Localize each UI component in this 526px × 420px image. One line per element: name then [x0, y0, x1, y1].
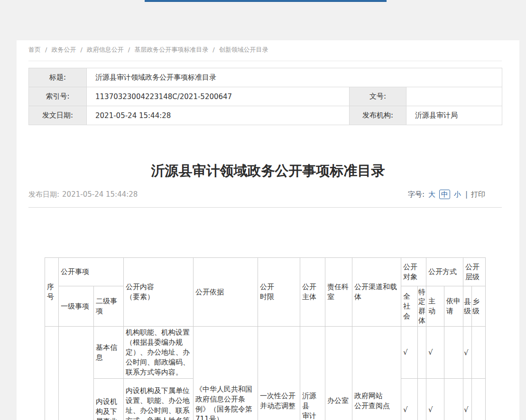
meta-title-value: 沂源县审计领域政务公开事项标准目录	[87, 68, 502, 87]
cell-check-xianji-1: √	[463, 327, 472, 379]
header-xianji: 县 级	[463, 286, 472, 327]
meta-docno-value	[406, 87, 502, 106]
header-gongkai-shixian: 公开 时限	[258, 258, 300, 327]
publish-date-label: 发布日期:	[28, 190, 59, 199]
publish-date: 发布日期:2021-05-24 15:44:28	[28, 190, 138, 199]
publish-info-row: 发布日期:2021-05-24 15:44:28 字号:大中小|打印	[28, 190, 508, 201]
cell-check-xiangji-1	[472, 327, 486, 379]
cell-check-quanshehui-2: √	[401, 379, 418, 420]
cell-yiji	[59, 327, 94, 420]
font-size-large-button[interactable]: 大	[428, 190, 435, 199]
publish-date-value: 2021-05-24 15:44:28	[62, 190, 138, 199]
meta-title-label: 标题:	[29, 68, 87, 87]
cell-shixian: 一次性公开 并动态调整	[258, 327, 300, 420]
meta-index-label: 索引号:	[29, 87, 87, 106]
meta-date-label: 发文日期:	[29, 106, 87, 125]
content-panel: 首页/政务公开/政府信息公开/基层政务公开事项标准目录/创新领域公开目录 标题:…	[17, 40, 519, 420]
header-gongkai-yiju: 公开依据	[194, 258, 258, 327]
print-button[interactable]: 打印	[471, 190, 485, 199]
cell-check-teding-2	[418, 379, 426, 420]
top-nav-bar	[145, 0, 387, 2]
breadcrumb-separator: /	[128, 46, 130, 53]
cell-check-teding-1	[418, 327, 426, 379]
page-title: 沂源县审计领域政务公开事项标准目录	[17, 162, 519, 181]
breadcrumb-zhengwu[interactable]: 政务公开	[51, 46, 76, 53]
document-meta-table: 标题: 沂源县审计领域政务公开事项标准目录 索引号: 1137032300422…	[28, 68, 502, 125]
font-print-divider: |	[465, 190, 468, 199]
breadcrumb-xinxi[interactable]: 政府信息公开	[87, 46, 124, 53]
header-xuhao: 序号	[45, 258, 59, 327]
cell-zhuti: 沂源县 审计局	[300, 327, 325, 420]
header-gongkai-neirong: 公开内容 （要素）	[124, 258, 194, 327]
cell-check-quanshehui-1: √	[401, 327, 418, 379]
header-gongkai-duixiang: 公开对象	[401, 258, 426, 286]
header-gongkai-zhuti: 公开 主体	[300, 258, 325, 327]
cell-keshi: 办公室	[325, 327, 352, 420]
header-xiangji: 乡 级	[472, 286, 486, 327]
cell-check-zhudong-1: √	[426, 327, 444, 379]
font-size-label: 字号:	[408, 190, 424, 199]
header-gongkai-cengji: 公开 层级	[463, 258, 486, 286]
cell-check-yishenqing-1	[444, 327, 463, 379]
meta-date-value: 2021-05-24 15:44:28	[87, 106, 350, 125]
meta-agency-value: 沂源县审计局	[406, 106, 502, 125]
header-gongkai-fangshi: 公开方式	[426, 258, 463, 286]
header-gongkai-shixiang: 公开事项	[59, 258, 124, 286]
meta-row-title: 标题: 沂源县审计领域政务公开事项标准目录	[29, 68, 502, 87]
header-zhudong: 主 动	[426, 286, 444, 327]
breadcrumb-divider	[28, 61, 502, 61]
header-zeren-keshi: 责任科室	[325, 258, 352, 327]
cell-xuhao	[45, 327, 59, 420]
header-teding-qunti: 特定群体	[418, 286, 426, 327]
breadcrumb-separator: /	[212, 46, 214, 53]
cell-erji-1: 基本信息	[94, 327, 124, 379]
catalog-header-row-1: 序号 公开事项 公开内容 （要素） 公开依据 公开 时限 公开 主体 责任科室 …	[45, 258, 486, 286]
catalog-body-row-1: 基本信息 机构职能、机构设置（根据县委编办规定）、办公地址、办公时间、邮政编码、…	[45, 327, 486, 379]
breadcrumb-jiceng[interactable]: 基层政务公开事项标准目录	[134, 46, 208, 53]
cell-check-yishenqing-2	[444, 379, 463, 420]
meta-index-value: 11370323004223148C/2021-5200647	[87, 87, 350, 106]
breadcrumb: 首页/政务公开/政府信息公开/基层政务公开事项标准目录/创新领域公开目录	[28, 46, 268, 54]
meta-row-date: 发文日期: 2021-05-24 15:44:28 发布机构: 沂源县审计局	[29, 106, 502, 125]
cell-check-zhudong-2: √	[426, 379, 444, 420]
breadcrumb-separator: /	[80, 46, 82, 53]
cell-yiju: 《中华人民共和国政府信息公开条例》（国务院令第711号）	[194, 327, 258, 420]
article-divider	[28, 207, 502, 208]
cell-neirong-1: 机构职能、机构设置（根据县委编办规定）、办公地址、办公时间、邮政编码、联系方式等…	[124, 327, 194, 379]
font-size-medium-button[interactable]: 中	[439, 190, 450, 199]
cell-qudao: 政府网站 公开查阅点	[352, 327, 401, 420]
breadcrumb-separator: /	[45, 46, 47, 53]
header-yishenqing: 依申 请	[444, 286, 463, 327]
catalog-table: 序号 公开事项 公开内容 （要素） 公开依据 公开 时限 公开 主体 责任科室 …	[45, 257, 486, 420]
cell-check-xianji-2: √	[463, 379, 472, 420]
cell-check-xiangji-2	[472, 379, 486, 420]
meta-row-index: 索引号: 11370323004223148C/2021-5200647 文号:	[29, 87, 502, 106]
meta-docno-label: 文号:	[350, 87, 406, 106]
font-size-control: 字号:大中小|打印	[408, 190, 485, 199]
header-erji-shixiang: 二级事项	[94, 286, 124, 327]
breadcrumb-home[interactable]: 首页	[28, 46, 41, 53]
header-quanshehui: 全社 会	[401, 286, 418, 327]
breadcrumb-chuangxin[interactable]: 创新领域公开目录	[219, 46, 268, 53]
cell-erji-2: 内设机构及下属事业单位	[94, 379, 124, 420]
font-size-small-button[interactable]: 小	[454, 190, 461, 199]
cell-neirong-2: 内设机构及下属单位设置、职能、办公地址、办公时间、联系方式、负责人姓名等信息。	[124, 379, 194, 420]
header-qudao-zaiti: 公开渠道和载体	[352, 258, 401, 327]
meta-agency-label: 发布机构:	[350, 106, 406, 125]
header-yiji-shixiang: 一级事项	[59, 286, 94, 327]
